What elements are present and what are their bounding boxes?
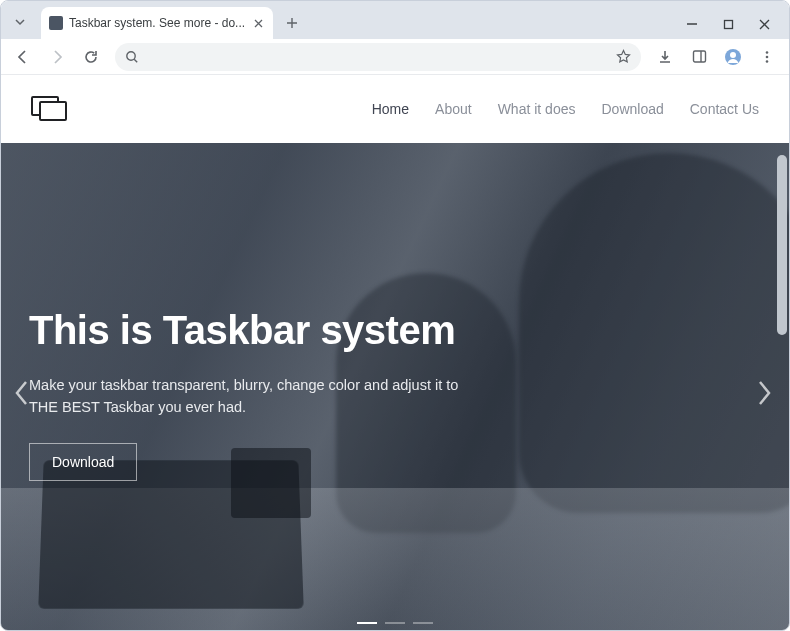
vertical-scrollbar[interactable]	[777, 155, 787, 335]
window-maximize-icon[interactable]	[719, 15, 737, 33]
new-tab-button[interactable]	[279, 10, 305, 36]
hero-title: This is Taskbar system	[29, 308, 749, 352]
nav-download[interactable]: Download	[601, 101, 663, 117]
site-info-icon[interactable]	[125, 50, 139, 64]
carousel-dot[interactable]	[357, 622, 377, 624]
svg-point-6	[766, 55, 769, 58]
primary-nav: Home About What it does Download Contact…	[372, 101, 759, 117]
svg-point-1	[127, 51, 135, 59]
window-close-icon[interactable]	[755, 15, 773, 33]
tab-search-dropdown[interactable]	[9, 11, 31, 33]
profile-button[interactable]	[719, 43, 747, 71]
tab-strip: Taskbar system. See more - do...	[1, 1, 789, 39]
carousel-dots	[357, 622, 433, 624]
svg-rect-2	[693, 51, 705, 62]
svg-point-5	[766, 51, 769, 54]
hero-subtitle: Make your taskbar transparent, blurry, c…	[29, 374, 459, 419]
nav-contact-us[interactable]: Contact Us	[690, 101, 759, 117]
menu-button[interactable]	[753, 43, 781, 71]
tab-title: Taskbar system. See more - do...	[69, 16, 245, 30]
page-viewport: Home About What it does Download Contact…	[1, 75, 789, 630]
nav-home[interactable]: Home	[372, 101, 409, 117]
site-logo-icon[interactable]	[31, 96, 69, 122]
back-button[interactable]	[9, 43, 37, 71]
reload-button[interactable]	[77, 43, 105, 71]
hero-download-button[interactable]: Download	[29, 443, 137, 481]
tab-favicon-icon	[49, 16, 63, 30]
carousel-next-icon[interactable]	[753, 378, 775, 408]
carousel-dot[interactable]	[385, 622, 405, 624]
nav-about[interactable]: About	[435, 101, 472, 117]
svg-point-7	[766, 60, 769, 63]
nav-what-it-does[interactable]: What it does	[498, 101, 576, 117]
browser-tab[interactable]: Taskbar system. See more - do...	[41, 7, 273, 39]
browser-toolbar	[1, 39, 789, 75]
svg-rect-0	[724, 20, 732, 28]
svg-point-4	[730, 52, 736, 58]
tab-close-icon[interactable]	[251, 16, 265, 30]
address-bar[interactable]	[115, 43, 641, 71]
downloads-button[interactable]	[651, 43, 679, 71]
hero-section: This is Taskbar system Make your taskbar…	[1, 143, 789, 630]
window-minimize-icon[interactable]	[683, 15, 701, 33]
side-panel-button[interactable]	[685, 43, 713, 71]
bookmark-star-icon[interactable]	[616, 49, 631, 64]
site-header: Home About What it does Download Contact…	[1, 75, 789, 143]
carousel-dot[interactable]	[413, 622, 433, 624]
forward-button[interactable]	[43, 43, 71, 71]
